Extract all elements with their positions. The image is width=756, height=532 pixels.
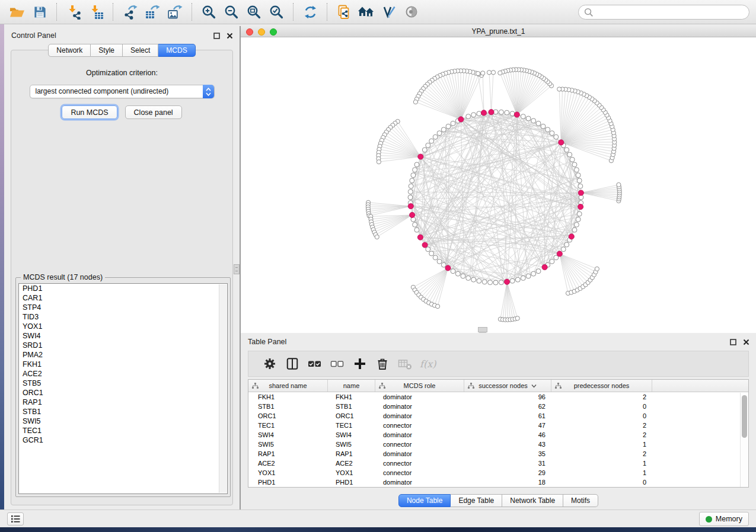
table-row[interactable]: SWI5SWI5connector431 bbox=[248, 440, 748, 449]
mcds-hub-node[interactable] bbox=[542, 264, 547, 270]
table-row[interactable]: YOX1YOX1connector291 bbox=[248, 468, 748, 477]
mcds-list-scrollbar[interactable] bbox=[219, 284, 227, 493]
table-row[interactable]: TEC1TEC1connector472 bbox=[248, 421, 748, 430]
mcds-hub-node[interactable] bbox=[489, 110, 494, 115]
mcds-result-item[interactable]: GCR1 bbox=[19, 435, 227, 445]
mcds-hub-node[interactable] bbox=[559, 140, 564, 145]
mcds-result-item[interactable]: TEC1 bbox=[19, 426, 227, 435]
show-columns-button[interactable] bbox=[281, 353, 304, 374]
tab-mcds[interactable]: MCDS bbox=[158, 44, 195, 57]
mcds-result-item[interactable]: TID3 bbox=[19, 312, 227, 322]
mcds-hub-node[interactable] bbox=[578, 190, 583, 196]
mcds-result-item[interactable]: SRD1 bbox=[19, 341, 227, 350]
tab-style[interactable]: Style bbox=[91, 44, 123, 57]
table-cell: 46 bbox=[464, 431, 551, 438]
eye-toggle-button[interactable] bbox=[400, 2, 423, 22]
mcds-result-item[interactable]: ACE2 bbox=[19, 369, 227, 379]
window-maximize-traffic-light[interactable] bbox=[270, 28, 277, 36]
table-cell: ORC1 bbox=[328, 412, 375, 419]
window-close-traffic-light[interactable] bbox=[246, 28, 253, 36]
run-mcds-button[interactable]: Run MCDS bbox=[62, 105, 117, 119]
mcds-hub-node[interactable] bbox=[578, 204, 583, 210]
zoom-fit-button[interactable] bbox=[243, 2, 265, 22]
tab-network-table[interactable]: Network Table bbox=[502, 494, 563, 507]
mcds-hub-node[interactable] bbox=[514, 112, 519, 117]
network-home-button[interactable] bbox=[355, 2, 378, 22]
column-type-icon bbox=[379, 383, 385, 389]
mcds-hub-node[interactable] bbox=[408, 204, 413, 209]
table-row[interactable]: STB1STB1dominator620 bbox=[248, 402, 748, 411]
mcds-hub-node[interactable] bbox=[557, 251, 562, 257]
tab-motifs[interactable]: Motifs bbox=[563, 494, 598, 507]
share-document-button[interactable] bbox=[333, 2, 355, 22]
export-network-button[interactable] bbox=[119, 2, 141, 22]
column-header-predecessor-nodes[interactable]: predecessor nodes bbox=[551, 380, 652, 392]
table-row[interactable]: ORC1ORC1dominator610 bbox=[248, 411, 748, 421]
unselect-all-rows-button[interactable] bbox=[326, 353, 349, 374]
tab-edge-table[interactable]: Edge Table bbox=[451, 494, 502, 507]
mcds-result-item[interactable]: SWI5 bbox=[19, 416, 227, 426]
mcds-hub-node[interactable] bbox=[445, 265, 451, 271]
memory-button[interactable]: Memory bbox=[699, 512, 749, 526]
vertical-splitter-handle[interactable] bbox=[234, 264, 240, 274]
save-session-button[interactable] bbox=[28, 2, 51, 22]
tab-select[interactable]: Select bbox=[123, 44, 158, 57]
mcds-result-item[interactable]: YOX1 bbox=[19, 322, 227, 331]
task-history-button[interactable] bbox=[7, 512, 24, 525]
delete-column-button[interactable] bbox=[371, 353, 394, 374]
mcds-hub-node[interactable] bbox=[504, 279, 509, 284]
mcds-result-item[interactable]: PMA2 bbox=[19, 350, 227, 360]
zoom-selected-button[interactable] bbox=[265, 2, 288, 22]
add-column-button[interactable] bbox=[349, 353, 371, 374]
tab-network[interactable]: Network bbox=[48, 44, 91, 57]
mcds-result-item[interactable]: FKH1 bbox=[19, 360, 227, 369]
float-panel-icon[interactable] bbox=[213, 32, 221, 40]
float-table-panel-icon[interactable] bbox=[729, 338, 737, 346]
mcds-hub-node[interactable] bbox=[410, 212, 415, 217]
mcds-hub-node[interactable] bbox=[417, 235, 423, 240]
zoom-in-button[interactable] bbox=[197, 2, 220, 22]
mcds-result-item[interactable]: STB1 bbox=[19, 407, 227, 416]
table-row[interactable]: PHD1PHD1dominator180 bbox=[248, 477, 748, 487]
mcds-hub-node[interactable] bbox=[569, 234, 574, 239]
mcds-result-item[interactable]: ORC1 bbox=[19, 388, 227, 398]
mcds-result-item[interactable]: PHD1 bbox=[19, 284, 227, 293]
window-minimize-traffic-light[interactable] bbox=[258, 28, 265, 36]
import-table-button[interactable] bbox=[85, 2, 107, 22]
table-row[interactable]: RAP1RAP1dominator352 bbox=[248, 449, 748, 459]
table-settings-button[interactable] bbox=[259, 353, 281, 374]
close-panel-button[interactable]: Close panel bbox=[125, 105, 182, 119]
optimization-criterion-dropdown[interactable]: largest connected component (undirected) bbox=[30, 85, 215, 98]
mcds-result-item[interactable]: RAP1 bbox=[19, 398, 227, 407]
zoom-out-button[interactable] bbox=[220, 2, 243, 22]
close-table-panel-icon[interactable] bbox=[742, 338, 750, 346]
open-file-button[interactable] bbox=[6, 2, 28, 22]
search-input[interactable] bbox=[594, 6, 749, 18]
import-network-button[interactable] bbox=[62, 2, 85, 22]
mcds-result-item[interactable]: SWI4 bbox=[19, 331, 227, 341]
export-image-button[interactable] bbox=[164, 2, 186, 22]
refresh-layout-button[interactable] bbox=[299, 2, 321, 22]
column-header-shared-name[interactable]: shared name bbox=[248, 380, 328, 392]
mcds-result-item[interactable]: CAR1 bbox=[19, 293, 227, 303]
export-table-button[interactable] bbox=[141, 2, 164, 22]
mcds-hub-node[interactable] bbox=[418, 154, 423, 159]
table-row[interactable]: SWI4SWI4dominator462 bbox=[248, 430, 748, 440]
tab-node-table[interactable]: Node Table bbox=[398, 494, 451, 507]
network-view-canvas[interactable] bbox=[241, 37, 756, 333]
mcds-hub-node[interactable] bbox=[481, 110, 486, 116]
vizmapper-toggle-button[interactable] bbox=[378, 2, 400, 22]
mcds-result-item[interactable]: STB5 bbox=[19, 379, 227, 388]
horizontal-splitter-handle[interactable] bbox=[478, 327, 487, 332]
column-header-successor-nodes[interactable]: successor nodes bbox=[464, 380, 551, 392]
mcds-hub-node[interactable] bbox=[458, 117, 464, 122]
table-row[interactable]: ACE2ACE2connector311 bbox=[248, 459, 748, 468]
select-all-rows-button[interactable] bbox=[304, 353, 326, 374]
mcds-result-item[interactable]: STP4 bbox=[19, 303, 227, 312]
close-panel-icon[interactable] bbox=[226, 32, 234, 40]
table-scrollbar-thumb[interactable] bbox=[742, 395, 747, 438]
column-header-name[interactable]: name bbox=[328, 380, 375, 392]
column-header-MCDS-role[interactable]: MCDS role bbox=[375, 380, 464, 392]
mcds-hub-node[interactable] bbox=[422, 242, 428, 248]
table-row[interactable]: FKH1FKH1dominator962 bbox=[248, 392, 748, 402]
